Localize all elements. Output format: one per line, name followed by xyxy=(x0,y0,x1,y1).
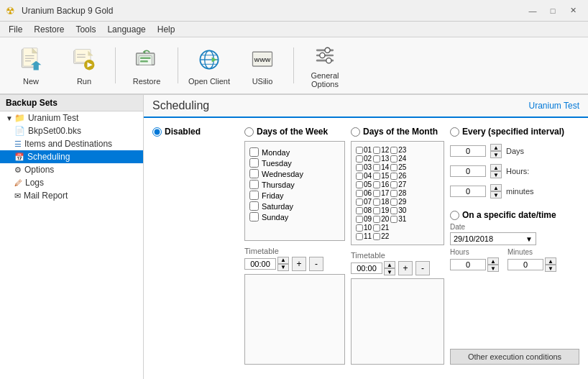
general-options-icon xyxy=(311,42,339,68)
disabled-radio-label[interactable]: Disabled xyxy=(152,127,239,137)
month-day-10[interactable]: 10 xyxy=(356,224,372,232)
toolbar-sep-2 xyxy=(178,47,178,83)
month-day-01[interactable]: 01 xyxy=(356,146,372,154)
new-button[interactable]: New xyxy=(6,40,56,91)
month-day-08[interactable]: 08 xyxy=(356,206,372,214)
hours-field-up[interactable]: ▲ xyxy=(487,257,499,265)
every-interval-radio[interactable] xyxy=(450,127,459,137)
month-day-30[interactable]: 30 xyxy=(390,206,406,214)
every-interval-radio-label[interactable]: Every (specified interval) xyxy=(450,127,579,137)
month-day-22[interactable]: 22 xyxy=(373,232,389,240)
menu-help[interactable]: Help xyxy=(152,23,181,36)
month-day-09[interactable]: 09 xyxy=(356,215,372,223)
month-time-up[interactable]: ▲ xyxy=(384,261,395,268)
week-time-down[interactable]: ▼ xyxy=(277,264,289,271)
week-add-time[interactable]: + xyxy=(292,257,306,271)
week-remove-time[interactable]: - xyxy=(309,257,323,271)
minutes-field-down[interactable]: ▼ xyxy=(545,265,556,272)
month-day-27[interactable]: 27 xyxy=(390,181,406,188)
month-day-24[interactable]: 24 xyxy=(390,155,406,163)
month-time-input[interactable] xyxy=(351,262,382,274)
day-wednesday[interactable]: Wednesday xyxy=(249,169,340,178)
minutes-up[interactable]: ▲ xyxy=(490,184,502,191)
minutes-field-spin: ▲ ▼ xyxy=(545,257,556,272)
month-day-13[interactable]: 13 xyxy=(373,155,389,163)
specific-date-radio[interactable] xyxy=(450,211,459,220)
exec-conditions-button[interactable]: Other execution conditions xyxy=(450,349,579,365)
day-sunday[interactable]: Sunday xyxy=(249,212,340,222)
month-day-12[interactable]: 12 xyxy=(373,146,389,154)
month-time-down[interactable]: ▼ xyxy=(384,268,395,275)
month-day-31[interactable]: 31 xyxy=(390,215,406,223)
sidebar-item-options[interactable]: ⚙ Options xyxy=(0,163,143,176)
day-saturday[interactable]: Saturday xyxy=(249,201,340,211)
date-picker[interactable]: 29/10/2018 ▼ xyxy=(450,232,536,245)
usilio-button[interactable]: WWW USilio xyxy=(237,40,288,91)
general-options-button[interactable]: General Options xyxy=(300,40,350,91)
days-of-month-radio-label[interactable]: Days of the Month xyxy=(351,127,444,137)
days-of-week-radio-label[interactable]: Days of the Week xyxy=(244,127,345,137)
month-day-11[interactable]: 11 xyxy=(356,232,372,240)
hours-field[interactable] xyxy=(450,259,486,270)
day-friday[interactable]: Friday xyxy=(249,191,340,200)
month-day-17[interactable]: 17 xyxy=(373,189,389,197)
days-of-month-radio[interactable] xyxy=(351,127,360,137)
month-day-23[interactable]: 23 xyxy=(390,146,406,154)
days-of-month-column: Days of the Month 0102030405060708091011… xyxy=(351,127,444,365)
month-day-16[interactable]: 16 xyxy=(373,181,389,188)
month-day-02[interactable]: 02 xyxy=(356,155,372,163)
month-remove-time[interactable]: - xyxy=(415,261,430,275)
month-day-28[interactable]: 28 xyxy=(390,189,406,197)
minutes-field[interactable] xyxy=(507,259,543,270)
specific-date-radio-label[interactable]: On a specific date/time xyxy=(450,210,579,220)
month-add-time[interactable]: + xyxy=(398,261,413,275)
month-day-14[interactable]: 14 xyxy=(373,163,389,171)
hours-field-down[interactable]: ▼ xyxy=(487,265,499,272)
month-day-26[interactable]: 26 xyxy=(390,172,406,180)
menu-restore[interactable]: Restore xyxy=(28,23,70,36)
sidebar-item-uranium-test[interactable]: ▼ 📁 Uranium Test xyxy=(0,111,143,124)
month-day-07[interactable]: 07 xyxy=(356,198,372,206)
menu-language[interactable]: Language xyxy=(101,23,151,36)
open-client-button[interactable]: Open Client xyxy=(184,40,234,91)
hours-down[interactable]: ▼ xyxy=(490,171,502,178)
week-time-input[interactable] xyxy=(244,258,276,270)
month-day-29[interactable]: 29 xyxy=(390,198,406,206)
run-button[interactable]: Run xyxy=(59,40,109,91)
minutes-down[interactable]: ▼ xyxy=(490,191,502,198)
day-thursday[interactable]: Thursday xyxy=(249,180,340,189)
sidebar-item-scheduling[interactable]: 📅 Scheduling xyxy=(0,150,143,163)
menu-file[interactable]: File xyxy=(3,23,28,36)
sidebar-item-logs[interactable]: 🖉 Logs xyxy=(0,176,143,189)
month-day-05[interactable]: 05 xyxy=(356,181,372,188)
month-day-03[interactable]: 03 xyxy=(356,163,372,171)
sidebar-item-bkpset00[interactable]: 📄 BkpSet00.bks xyxy=(0,124,143,137)
month-day-15[interactable]: 15 xyxy=(373,172,389,180)
week-time-up[interactable]: ▲ xyxy=(277,257,289,264)
days-down[interactable]: ▼ xyxy=(490,151,502,158)
month-day-06[interactable]: 06 xyxy=(356,189,372,197)
day-monday[interactable]: Monday xyxy=(249,147,340,157)
sidebar-item-mail-report[interactable]: ✉ Mail Report xyxy=(0,189,143,202)
close-button[interactable]: ✕ xyxy=(564,4,582,18)
day-tuesday[interactable]: Tuesday xyxy=(249,158,340,168)
days-interval-input[interactable] xyxy=(450,145,486,157)
minimize-button[interactable]: — xyxy=(523,4,542,18)
hours-up[interactable]: ▲ xyxy=(490,164,502,171)
minutes-interval-input[interactable] xyxy=(450,186,486,197)
days-of-week-radio[interactable] xyxy=(244,127,254,137)
hours-interval-input[interactable] xyxy=(450,165,486,177)
days-up[interactable]: ▲ xyxy=(490,144,502,151)
maximize-button[interactable]: □ xyxy=(543,4,562,18)
minutes-field-up[interactable]: ▲ xyxy=(545,257,556,265)
disabled-radio[interactable] xyxy=(152,127,162,137)
month-day-25[interactable]: 25 xyxy=(390,163,406,171)
restore-button[interactable]: Restore xyxy=(121,40,172,91)
month-day-04[interactable]: 04 xyxy=(356,172,372,180)
menu-tools[interactable]: Tools xyxy=(70,23,101,36)
month-day-20[interactable]: 20 xyxy=(373,215,389,223)
month-day-19[interactable]: 19 xyxy=(373,206,389,214)
sidebar-item-items-destinations[interactable]: ☰ Items and Destinations xyxy=(0,137,143,150)
month-day-18[interactable]: 18 xyxy=(373,198,389,206)
month-day-21[interactable]: 21 xyxy=(373,224,389,232)
